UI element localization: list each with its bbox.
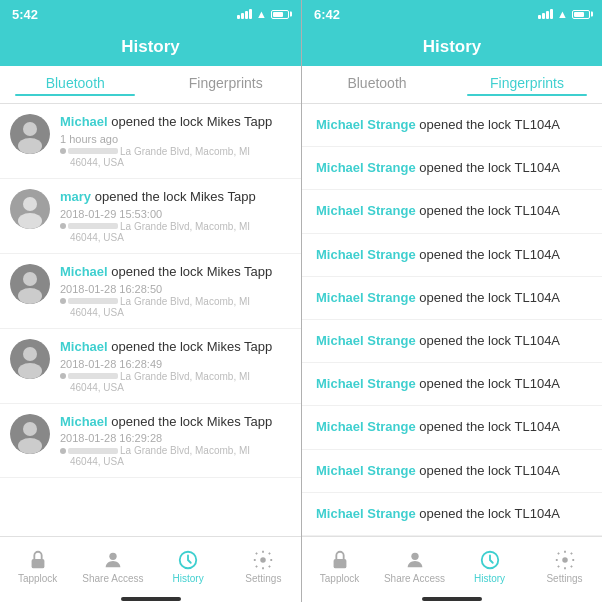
- svg-point-11: [18, 363, 42, 379]
- svg-point-4: [23, 197, 37, 211]
- item-content: mary opened the lock Mikes Tapp 2018-01-…: [60, 189, 291, 243]
- tabbar-tapplock-label-r: Tapplock: [320, 573, 359, 584]
- svg-rect-15: [31, 559, 44, 568]
- battery-icon: [572, 10, 590, 19]
- tabbar-history-label-r: History: [474, 573, 505, 584]
- left-tabs: Bluetooth Fingerprints: [0, 66, 301, 104]
- item-time: 1 hours ago: [60, 133, 291, 145]
- svg-rect-19: [333, 559, 346, 568]
- item-time: 2018-01-29 15:53:00: [60, 208, 291, 220]
- tabbar-history-label: History: [173, 573, 204, 584]
- avatar: [10, 189, 50, 229]
- svg-point-13: [23, 422, 37, 436]
- item-title: Michael opened the lock Mikes Tapp: [60, 339, 291, 356]
- tabbar-settings-label: Settings: [245, 573, 281, 584]
- item-content: Michael opened the lock Mikes Tapp 2018-…: [60, 414, 291, 468]
- tabbar-share-access-r[interactable]: Share Access: [377, 549, 452, 584]
- signal-icon: [237, 9, 252, 19]
- tabbar-tapplock-label: Tapplock: [18, 573, 57, 584]
- tabbar-history-r[interactable]: History: [452, 549, 527, 584]
- item-title: mary opened the lock Mikes Tapp: [60, 189, 291, 206]
- list-item: Michael Strange opened the lock TL104A: [302, 406, 602, 449]
- item-title: Michael opened the lock Mikes Tapp: [60, 114, 291, 131]
- list-item: Michael Strange opened the lock TL104A: [302, 190, 602, 233]
- svg-point-7: [23, 272, 37, 286]
- left-header: History: [0, 28, 301, 66]
- svg-point-8: [18, 288, 42, 304]
- list-item: Michael opened the lock Mikes Tapp 2018-…: [0, 404, 301, 479]
- left-status-icons: ▲: [237, 8, 289, 20]
- item-content: Michael opened the lock Mikes Tapp 2018-…: [60, 264, 291, 318]
- list-item: Michael opened the lock Mikes Tapp 1 hou…: [0, 104, 301, 179]
- share-access-icon: [102, 549, 124, 571]
- signal-icon: [538, 9, 553, 19]
- svg-point-1: [23, 122, 37, 136]
- right-status-icons: ▲: [538, 8, 590, 20]
- right-status-bar: 6:42 ▲: [302, 0, 602, 28]
- left-tab-fingerprints[interactable]: Fingerprints: [151, 75, 302, 95]
- list-item: mary opened the lock Mikes Tapp 2018-01-…: [0, 179, 301, 254]
- left-status-time: 5:42: [12, 7, 38, 22]
- tabbar-share-label: Share Access: [82, 573, 143, 584]
- right-tab-fingerprints[interactable]: Fingerprints: [452, 75, 602, 95]
- left-history-list: Michael opened the lock Mikes Tapp 1 hou…: [0, 104, 301, 536]
- svg-point-22: [562, 557, 568, 563]
- tabbar-tapplock[interactable]: Tapplock: [0, 549, 75, 584]
- right-header: History: [302, 28, 602, 66]
- wifi-icon: ▲: [557, 8, 568, 20]
- list-item: Michael Strange opened the lock TL104A: [302, 363, 602, 406]
- settings-icon: [252, 549, 274, 571]
- svg-point-20: [411, 553, 418, 560]
- tabbar-tapplock-r[interactable]: Tapplock: [302, 549, 377, 584]
- tabbar-share-access[interactable]: Share Access: [75, 549, 150, 584]
- right-home-indicator: [302, 596, 602, 602]
- list-item: Michael opened the lock Mikes Tapp 2018-…: [0, 254, 301, 329]
- svg-point-5: [18, 213, 42, 229]
- left-tab-bluetooth[interactable]: Bluetooth: [0, 75, 151, 95]
- tabbar-history[interactable]: History: [151, 549, 226, 584]
- battery-icon: [271, 10, 289, 19]
- tabbar-settings-r[interactable]: Settings: [527, 549, 602, 584]
- svg-point-2: [18, 138, 42, 154]
- share-access-icon: [404, 549, 426, 571]
- settings-icon: [554, 549, 576, 571]
- history-icon: [177, 549, 199, 571]
- left-header-title: History: [121, 37, 180, 57]
- tabbar-settings[interactable]: Settings: [226, 549, 301, 584]
- item-time: 2018-01-28 16:29:28: [60, 432, 291, 444]
- wifi-icon: ▲: [256, 8, 267, 20]
- svg-point-10: [23, 347, 37, 361]
- svg-point-14: [18, 438, 42, 454]
- list-item: Michael opened the lock Mikes Tapp 2018-…: [0, 329, 301, 404]
- list-item: Michael Strange opened the lock TL104A: [302, 277, 602, 320]
- item-content: Michael opened the lock Mikes Tapp 1 hou…: [60, 114, 291, 168]
- right-tab-bar: Tapplock Share Access History Settings: [302, 536, 602, 596]
- tabbar-settings-label-r: Settings: [546, 573, 582, 584]
- lock-icon: [27, 549, 49, 571]
- item-location: La Grande Blvd, Macomb, MI: [60, 445, 291, 456]
- avatar: [10, 264, 50, 304]
- avatar: [10, 414, 50, 454]
- right-history-list: Michael Strange opened the lock TL104AMi…: [302, 104, 602, 536]
- item-time: 2018-01-28 16:28:49: [60, 358, 291, 370]
- tabbar-share-label-r: Share Access: [384, 573, 445, 584]
- list-item: Michael Strange opened the lock TL104A: [302, 493, 602, 536]
- right-panel: 6:42 ▲ History Bluetooth Fingerprints Mi…: [301, 0, 602, 602]
- list-item: Michael Strange opened the lock TL104A: [302, 104, 602, 147]
- list-item: Michael Strange opened the lock TL104A: [302, 320, 602, 363]
- svg-point-18: [261, 557, 267, 563]
- item-title: Michael opened the lock Mikes Tapp: [60, 264, 291, 281]
- left-panel: 5:42 ▲ History Bluetooth Fingerprints: [0, 0, 301, 602]
- item-title: Michael opened the lock Mikes Tapp: [60, 414, 291, 431]
- list-item: Michael Strange opened the lock TL104A: [302, 147, 602, 190]
- list-item: Michael Strange opened the lock TL104A: [302, 234, 602, 277]
- avatar: [10, 114, 50, 154]
- right-tab-bluetooth[interactable]: Bluetooth: [302, 75, 452, 95]
- item-location: La Grande Blvd, Macomb, MI: [60, 146, 291, 157]
- item-content: Michael opened the lock Mikes Tapp 2018-…: [60, 339, 291, 393]
- right-header-title: History: [423, 37, 482, 57]
- list-item: Michael Strange opened the lock TL104A: [302, 450, 602, 493]
- right-status-time: 6:42: [314, 7, 340, 22]
- item-location: La Grande Blvd, Macomb, MI: [60, 221, 291, 232]
- item-time: 2018-01-28 16:28:50: [60, 283, 291, 295]
